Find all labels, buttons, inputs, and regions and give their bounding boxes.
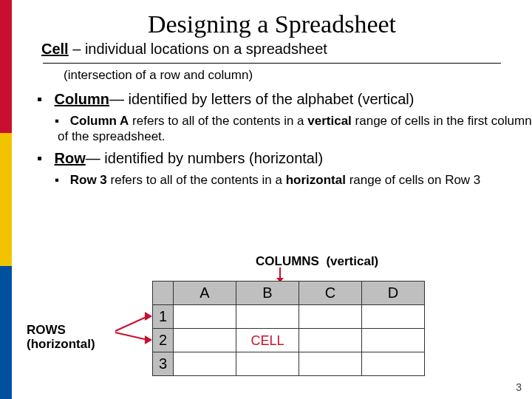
grid-corner [153, 282, 174, 305]
spreadsheet-diagram: COLUMNS (vertical) ROWS (horizontal) A B… [137, 281, 448, 384]
cell-a2 [174, 329, 236, 352]
cell-subnote: (intersection of a row and column) [64, 68, 532, 83]
term-column: Column [55, 91, 109, 107]
row-3-emph: horizontal [286, 173, 346, 187]
sidebar-red-stripe [0, 0, 12, 133]
columns-label-paren: (vertical) [326, 254, 378, 268]
term-row: Row [55, 150, 86, 166]
cell-d2 [362, 329, 425, 352]
cell-c1 [299, 305, 362, 329]
cell-d3 [362, 352, 425, 376]
rows-label-word: ROWS [27, 323, 66, 337]
cell-b2: CELL [236, 329, 299, 352]
columns-label: COLUMNS (vertical) [256, 254, 378, 269]
cell-d1 [362, 305, 425, 329]
sub-bullet-row-3: Row 3 refers to all of the contents in a… [58, 172, 532, 188]
cell-a3 [174, 352, 236, 376]
col-header-a: A [174, 282, 236, 305]
row-header-3: 3 [153, 352, 174, 376]
sidebar-yellow-stripe [0, 133, 12, 266]
column-a-lead: Column A [70, 114, 129, 128]
rows-label-paren: (horizontal) [27, 337, 95, 351]
row-3-lead: Row 3 [70, 173, 107, 187]
term-cell: Cell [41, 41, 69, 57]
cell-label: CELL [250, 333, 284, 348]
cell-a1 [174, 305, 236, 329]
row-3-mid: refers to all of the contents in a [107, 173, 286, 187]
column-definition: — identified by letters of the alphabet … [109, 91, 414, 107]
sidebar-blue-stripe [0, 266, 12, 399]
color-sidebar [0, 0, 12, 399]
cell-definition: – individual locations on a spreadsheet [69, 41, 327, 57]
row-3-tail: range of cells on Row 3 [346, 173, 480, 187]
cell-c2 [299, 329, 362, 352]
row-header-1: 1 [153, 305, 174, 329]
slide-number: 3 [516, 381, 522, 393]
row-header-2: 2 [153, 329, 174, 352]
svg-marker-5 [145, 335, 152, 344]
col-header-d: D [362, 282, 425, 305]
col-header-c: C [299, 282, 362, 305]
bullet-row: Row— identified by numbers (horizontal) [41, 149, 510, 168]
svg-marker-3 [145, 312, 152, 321]
columns-label-word: COLUMNS [256, 254, 319, 268]
column-a-emph: vertical [307, 114, 352, 128]
spreadsheet-grid: A B C D 1 2 CELL 3 [152, 281, 425, 376]
column-a-mid: refers to all of the contents in a [129, 114, 307, 128]
rows-label: ROWS (horizontal) [27, 324, 123, 351]
slide-title: Designing a Spreadsheet [12, 10, 532, 38]
bullet-column: Column— identified by letters of the alp… [41, 90, 510, 109]
cell-b1 [236, 305, 299, 329]
cell-c3 [299, 352, 362, 376]
underline-rule [43, 63, 501, 64]
cell-b3 [236, 352, 299, 376]
bullet-cell: Cell – individual locations on a spreads… [41, 40, 510, 58]
sub-bullet-column-a: Column A refers to all of the contents i… [58, 113, 532, 145]
col-header-b: B [236, 282, 299, 305]
row-definition: — identified by numbers (horizontal) [86, 150, 323, 166]
